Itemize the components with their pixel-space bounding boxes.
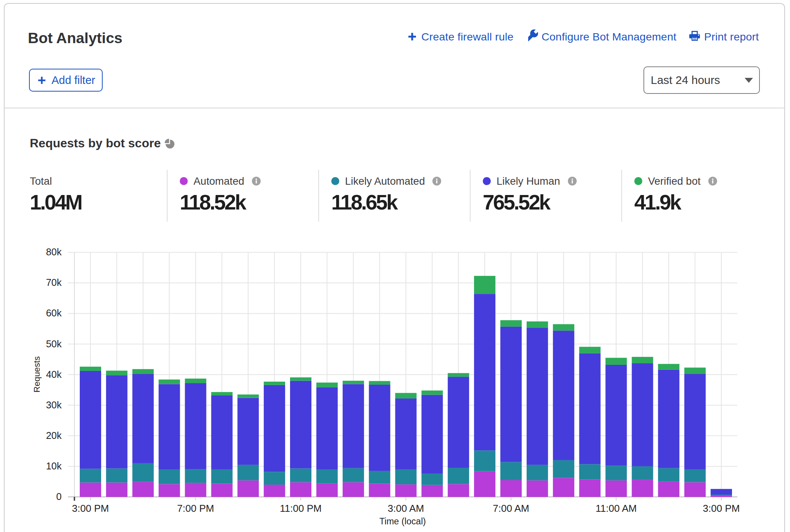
svg-text:10k: 10k [46,461,61,471]
svg-text:Requests: Requests [32,356,42,392]
svg-text:50k: 50k [46,339,61,349]
svg-text:80k: 80k [46,247,61,257]
svg-text:40k: 40k [46,369,61,380]
svg-text:3:00 PM: 3:00 PM [72,503,109,514]
svg-text:0: 0 [56,491,61,502]
svg-text:20k: 20k [46,430,61,441]
svg-text:7:00 AM: 7:00 AM [493,503,529,514]
svg-text:30k: 30k [46,400,61,410]
svg-text:Time (local): Time (local) [379,516,426,526]
svg-text:11:00 AM: 11:00 AM [596,503,637,514]
svg-text:7:00 PM: 7:00 PM [177,503,214,514]
svg-text:11:00 PM: 11:00 PM [280,503,321,514]
svg-text:3:00 AM: 3:00 AM [388,503,424,514]
svg-text:70k: 70k [46,277,61,288]
svg-text:60k: 60k [46,308,61,318]
svg-text:3:00 PM: 3:00 PM [703,503,740,514]
